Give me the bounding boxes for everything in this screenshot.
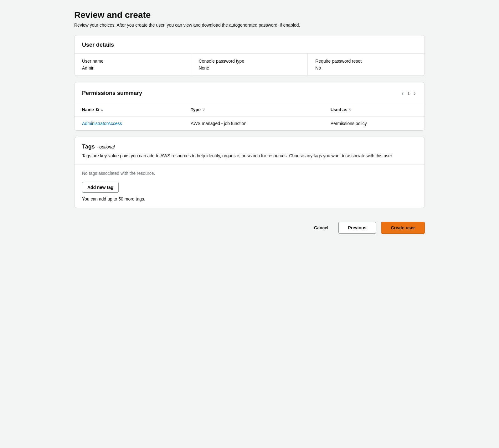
username-cell: User name Admin xyxy=(75,54,191,76)
pagination-prev-button[interactable] xyxy=(400,89,405,98)
col-used-as-header[interactable]: Used as xyxy=(323,103,424,116)
console-password-label: Console password type xyxy=(199,59,300,64)
col-type-label: Type xyxy=(191,107,201,112)
tags-header: Tags - optional Tags are key-value pairs… xyxy=(75,137,424,164)
tags-body: No tags associated with the resource. Ad… xyxy=(75,164,424,208)
permissions-summary-header: Permissions summary 1 xyxy=(75,82,424,103)
console-password-cell: Console password type None xyxy=(191,54,308,76)
create-user-button[interactable]: Create user xyxy=(381,222,425,234)
external-link-icon xyxy=(96,107,99,112)
permission-used-as-cell: Permissions policy xyxy=(323,116,424,130)
password-reset-cell: Require password reset No xyxy=(308,54,424,76)
user-details-card: User details User name Admin Console pas… xyxy=(74,35,425,76)
cancel-button[interactable]: Cancel xyxy=(309,222,333,233)
chevron-left-icon xyxy=(402,90,404,96)
permission-type-cell: AWS managed - job function xyxy=(183,116,323,130)
tags-limit-text: You can add up to 50 more tags. xyxy=(82,196,417,201)
pagination-next-button[interactable] xyxy=(412,89,417,98)
table-header-row: Name Type Used as xyxy=(75,103,424,116)
tags-title-row: Tags - optional xyxy=(82,143,417,150)
add-new-tag-button[interactable]: Add new tag xyxy=(82,182,119,193)
pagination-current-page: 1 xyxy=(408,91,410,96)
username-label: User name xyxy=(82,59,183,64)
col-name-label: Name xyxy=(82,107,94,112)
username-value: Admin xyxy=(82,65,183,70)
permissions-table: Name Type Used as xyxy=(75,103,424,130)
col-used-as-label: Used as xyxy=(331,107,347,112)
action-bar: Cancel Previous Create user xyxy=(74,214,425,234)
user-details-grid: User name Admin Console password type No… xyxy=(75,54,424,76)
console-password-value: None xyxy=(199,65,300,70)
administrator-access-link[interactable]: AdministratorAccess xyxy=(82,121,122,126)
tags-description: Tags are key-value pairs you can add to … xyxy=(82,153,417,159)
password-reset-label: Require password reset xyxy=(315,59,417,64)
previous-button[interactable]: Previous xyxy=(338,222,376,234)
page-title: Review and create xyxy=(74,10,425,20)
tags-title: Tags xyxy=(82,143,95,150)
tags-card: Tags - optional Tags are key-value pairs… xyxy=(74,137,425,208)
permissions-summary-title: Permissions summary xyxy=(82,90,142,96)
table-row: AdministratorAccess AWS managed - job fu… xyxy=(75,116,424,130)
user-details-header: User details xyxy=(75,35,424,54)
permissions-summary-card: Permissions summary 1 Name xyxy=(74,82,425,131)
chevron-right-icon xyxy=(414,90,416,96)
sort-asc-icon xyxy=(100,108,103,111)
pagination-controls: 1 xyxy=(400,89,417,98)
col-name-header[interactable]: Name xyxy=(75,103,183,116)
user-details-title: User details xyxy=(82,42,114,48)
no-tags-text: No tags associated with the resource. xyxy=(82,171,417,176)
tags-optional-label: - optional xyxy=(97,144,115,149)
sort-desc-icon-type xyxy=(203,108,205,111)
sort-desc-icon-used-as xyxy=(349,108,351,111)
col-type-header[interactable]: Type xyxy=(183,103,323,116)
page-subtitle: Review your choices. After you create th… xyxy=(74,23,425,28)
password-reset-value: No xyxy=(315,65,417,70)
permission-name-cell: AdministratorAccess xyxy=(75,116,183,130)
